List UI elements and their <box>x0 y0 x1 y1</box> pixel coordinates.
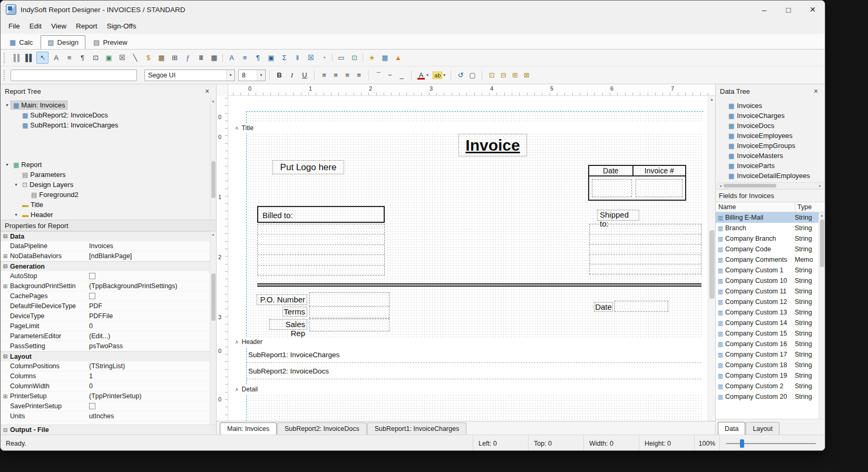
menu-item[interactable]: Sign-Offs <box>102 20 141 32</box>
valign-bottom-icon[interactable]: _ <box>396 70 407 81</box>
wizard-tool-icon[interactable]: ★ <box>365 52 377 64</box>
field-row[interactable]: ▥ Company Custom 19 String <box>716 370 825 381</box>
band-header[interactable]: ∧ Detail <box>228 385 708 394</box>
close-icon[interactable]: × <box>202 87 212 95</box>
scrollbar-thumb[interactable] <box>211 273 216 321</box>
menu-item[interactable]: View <box>46 20 71 32</box>
line-tool-icon[interactable]: ╲ <box>129 52 141 64</box>
property-value[interactable]: PDFFile <box>89 312 113 320</box>
property-row[interactable]: ⊟ ⊞ DataPipeline Invoices <box>1 241 216 251</box>
field-row[interactable]: ▥ Company Branch String <box>716 233 825 244</box>
property-row[interactable]: ⊟ ⊞ PageLimit 0 <box>1 321 216 331</box>
invoice-number-column-header[interactable]: Invoice # <box>633 166 685 175</box>
collapse-icon[interactable]: ⊟ <box>3 233 7 239</box>
dbchart-tool-icon[interactable]: ◔ <box>317 52 329 64</box>
data-table-node[interactable]: ▦ InvoiceParts <box>716 161 825 171</box>
bold-button[interactable]: B <box>274 70 285 81</box>
po-number-field-placeholder[interactable] <box>309 292 389 307</box>
tab-preview[interactable]: ▤ Preview <box>86 35 134 49</box>
report-tree-node[interactable]: ▦ SubReport1: InvoiceCharges <box>1 120 216 130</box>
fields-scrollbar[interactable]: ▴ <box>818 212 825 419</box>
data-table-node[interactable]: ▦ InvoiceCharges <box>716 111 825 121</box>
chevron-down-icon[interactable]: ▾ <box>226 70 235 81</box>
property-value[interactable]: Invoices <box>89 242 113 250</box>
field-row[interactable]: ▥ Company Custom 17 String <box>716 349 825 360</box>
property-row[interactable]: ⊟ ⊞ Layout <box>1 351 216 361</box>
sales-rep-label[interactable]: Sales Rep <box>269 319 307 330</box>
scrollbar-thumb[interactable] <box>211 161 216 198</box>
name-column-header[interactable]: Name <box>716 202 795 212</box>
send-to-back-icon[interactable]: ⊟ <box>498 70 509 81</box>
field-row[interactable]: ▥ Company Custom 11 String <box>716 286 825 297</box>
field-row[interactable]: ▥ Company Custom 13 String <box>716 307 825 318</box>
minimize-button[interactable]: – <box>752 1 776 18</box>
maximize-button[interactable]: □ <box>776 1 801 18</box>
report-tree-node[interactable]: ▦ SubReport2: InvoiceDocs <box>1 110 216 120</box>
header-band-region[interactable]: SubReport1: InvoiceCharges SubReport2: I… <box>247 347 701 385</box>
property-value[interactable]: (TppPrinterSetup) <box>89 392 141 400</box>
band-collapse-icon[interactable]: ∧ <box>235 125 239 131</box>
property-value[interactable]: PDF <box>89 302 102 310</box>
field-row[interactable]: ▥ Company Custom 2 String <box>716 381 825 391</box>
tree-caret-icon[interactable]: ▾ <box>13 212 19 217</box>
font-color-button[interactable]: A ▾ <box>415 70 430 81</box>
scroll-up-icon[interactable]: ▴ <box>210 98 216 104</box>
scrollbar-thumb[interactable] <box>709 230 715 299</box>
chevron-down-icon[interactable]: ▾ <box>257 70 265 81</box>
tree-scrollbar[interactable]: ▴ <box>210 98 216 220</box>
property-row[interactable]: ⊟ ⊞ ColumnPositions (TStringList) <box>1 361 216 371</box>
data-table-node[interactable]: ▦ InvoiceDocs <box>716 121 825 131</box>
scroll-left-icon[interactable]: ◂ <box>717 183 724 189</box>
field-row[interactable]: ▥ Company Custom 1 String <box>716 265 825 276</box>
chart-wizard-icon[interactable]: ▲ <box>392 52 404 64</box>
bring-to-front-icon[interactable]: ⊡ <box>486 70 498 81</box>
properties-output-section[interactable]: ⊟ Output - File <box>1 425 216 435</box>
field-row[interactable]: ▥ Company Custom 20 String <box>716 391 825 402</box>
panel-tab[interactable]: Layout <box>746 422 779 435</box>
pages-tool-icon[interactable]: ⊡ <box>89 52 101 64</box>
table-tool-icon[interactable]: ▦ <box>208 52 220 64</box>
bring-forward-icon[interactable]: ⊞ <box>509 70 521 81</box>
data-table-node[interactable]: ▦ InvoiceDetailEmployees <box>716 171 825 181</box>
tree-caret-icon[interactable]: ▾ <box>13 182 19 187</box>
property-value[interactable]: 1 <box>89 372 93 380</box>
invoice-number-field-placeholder[interactable] <box>636 179 682 197</box>
date-column-header[interactable]: Date <box>589 166 633 175</box>
toolbar-grip[interactable] <box>4 53 7 63</box>
subreport2-element[interactable]: SubReport2: InvoiceDocs <box>247 363 701 379</box>
dbrichtext-tool-icon[interactable]: ¶ <box>251 52 264 64</box>
dbimage-tool-icon[interactable]: ▣ <box>265 52 277 64</box>
property-value[interactable]: 0 <box>89 382 93 390</box>
billed-to-label[interactable]: Billed to: <box>257 206 385 223</box>
dbtext-tool-icon[interactable]: A <box>225 52 237 64</box>
property-row[interactable]: ⊟ ⊞ CachePages <box>1 291 216 301</box>
expand-icon[interactable]: ⊞ <box>3 394 7 399</box>
richtext-tool-icon[interactable]: ¶ <box>76 52 88 64</box>
valign-center-icon[interactable]: − <box>384 70 396 81</box>
field-row[interactable]: ▥ Company Custom 10 String <box>716 276 825 286</box>
canvas-scrollbar[interactable]: ▴ <box>708 96 715 421</box>
barcode-tool-icon[interactable]: ‖‖ <box>194 52 207 64</box>
select-tool-icon[interactable]: ↖ <box>36 52 48 64</box>
italic-button[interactable]: I <box>286 70 298 81</box>
property-value[interactable]: (TppBackgroundPrintSettings) <box>89 282 177 290</box>
data-table-node[interactable]: ▦ InvoiceMasters <box>716 151 825 161</box>
po-number-label[interactable]: P.O. Number <box>257 294 307 305</box>
report-page[interactable]: ∧ Title ∧ Header ∧ Detail Invoice Put Lo… <box>228 96 708 421</box>
zoom-slider[interactable] <box>719 435 825 451</box>
data-table-node[interactable]: ▦ InvoiceEmpGroups <box>716 141 825 151</box>
memo-tool-icon[interactable]: ≡ <box>63 52 75 64</box>
tables-horizontal-scrollbar[interactable]: ◂ ▸ <box>717 182 824 189</box>
shipped-to-address-box[interactable] <box>589 224 701 274</box>
report-page-tab[interactable]: SubReport1: InvoiceCharges <box>367 422 467 435</box>
align-left-icon[interactable]: ≡ <box>318 70 330 81</box>
logo-placeholder[interactable]: Put Logo here <box>272 160 344 174</box>
sales-rep-field-placeholder[interactable] <box>309 319 389 331</box>
collapse-icon[interactable]: ⊟ <box>3 263 7 269</box>
report-page-tab[interactable]: SubReport2: InvoiceDocs <box>277 422 367 435</box>
chevron-down-icon[interactable]: ▾ <box>443 73 445 77</box>
band-header[interactable]: ∧ Header <box>228 337 708 347</box>
property-row[interactable]: ⊟ ⊞ ColumnWidth 0 <box>1 381 216 391</box>
scroll-up-icon[interactable]: ▴ <box>819 212 825 219</box>
menu-item[interactable]: File <box>4 20 25 32</box>
